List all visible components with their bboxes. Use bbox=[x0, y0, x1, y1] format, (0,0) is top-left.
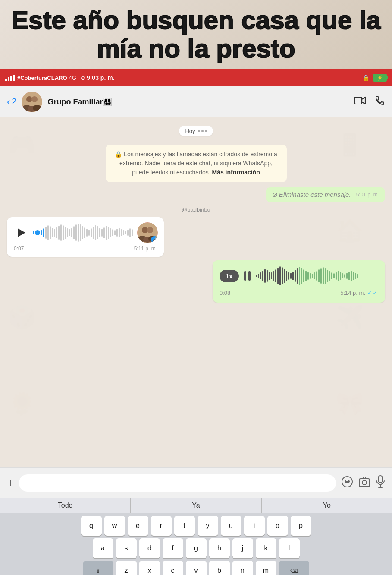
speed-badge[interactable]: 1x bbox=[220, 270, 239, 282]
encryption-link[interactable]: Más información bbox=[212, 169, 260, 176]
key-p[interactable]: p bbox=[291, 516, 311, 536]
waveform-received bbox=[33, 224, 133, 241]
svg-text:🎀: 🎀 bbox=[336, 391, 364, 417]
sent-time-text: 5:14 p. m. bbox=[340, 290, 365, 296]
key-a[interactable]: a bbox=[93, 538, 113, 558]
play-triangle-icon bbox=[18, 228, 25, 237]
key-e[interactable]: e bbox=[128, 516, 148, 536]
key-shift[interactable]: ⇧ bbox=[83, 561, 113, 575]
key-l[interactable]: l bbox=[279, 538, 300, 558]
chat-content: Hoy 🔒 Los mensajes y las llamadas están … bbox=[0, 117, 392, 308]
key-x[interactable]: x bbox=[139, 561, 160, 575]
svg-text:🌻: 🌻 bbox=[9, 391, 36, 417]
key-q[interactable]: q bbox=[81, 516, 102, 536]
pause-button[interactable] bbox=[244, 271, 251, 281]
video-call-icon[interactable] bbox=[354, 96, 366, 108]
keyboard-row-2: a s d f g h j k l bbox=[2, 538, 390, 558]
svg-rect-6 bbox=[354, 97, 362, 104]
chat-body: 🎮 📱 🎸 🏠 🎲 ✈️ 🌻 🎀 Hoy 🔒 Los mensajes y la… bbox=[0, 117, 392, 467]
microphone-button[interactable] bbox=[376, 475, 385, 491]
watermark-text: @badbiribu bbox=[182, 206, 210, 213]
chat-header: ‹ 2 Grupo Familiar👨‍👩‍👧‍👦 bbox=[0, 86, 392, 117]
carrier-name: #CoberturaCLARO bbox=[17, 75, 67, 81]
check-marks-icon: ✓✓ bbox=[367, 289, 378, 297]
sticker-button[interactable] bbox=[341, 476, 353, 490]
key-backspace[interactable]: ⌫ bbox=[279, 561, 309, 575]
network-type: 4G bbox=[69, 75, 76, 81]
suggestion-ya[interactable]: Ya bbox=[131, 498, 261, 513]
encryption-text: 🔒 Los mensajes y las llamadas están cifr… bbox=[115, 151, 277, 176]
key-t[interactable]: t bbox=[174, 516, 195, 536]
key-w[interactable]: w bbox=[104, 516, 125, 536]
status-time: 9:03 p. m. bbox=[87, 74, 115, 81]
key-b[interactable]: b bbox=[209, 561, 230, 575]
keyboard-area: Todo Ya Yo q w e r t y u i o p a s d f g… bbox=[0, 498, 392, 575]
key-z[interactable]: z bbox=[116, 561, 137, 575]
group-name[interactable]: Grupo Familiar👨‍👩‍👧‍👦 bbox=[47, 97, 349, 107]
svg-rect-26 bbox=[378, 476, 383, 483]
svg-point-5 bbox=[33, 105, 41, 111]
key-f[interactable]: f bbox=[163, 538, 183, 558]
key-s[interactable]: s bbox=[116, 538, 137, 558]
key-n[interactable]: n bbox=[232, 561, 253, 575]
camera-button[interactable] bbox=[358, 476, 370, 490]
key-h[interactable]: h bbox=[209, 538, 230, 558]
pause-bar-right bbox=[248, 271, 251, 281]
key-j[interactable]: j bbox=[232, 538, 253, 558]
date-text: Hoy bbox=[185, 128, 195, 134]
voice-received-time: 5:11 p. m. bbox=[134, 246, 157, 252]
voice-sent-duration: 0:08 bbox=[220, 290, 230, 296]
key-y[interactable]: y bbox=[198, 516, 218, 536]
suggestion-yo[interactable]: Yo bbox=[262, 498, 392, 513]
add-attachment-button[interactable]: + bbox=[7, 476, 14, 490]
voice-message-received[interactable]: 🎤 0:07 5:11 p. m. bbox=[7, 217, 164, 257]
deleted-time: 5:01 p. m. bbox=[356, 192, 379, 198]
voice-sender-avatar: 🎤 bbox=[137, 222, 158, 243]
svg-point-1 bbox=[26, 96, 32, 102]
svg-rect-24 bbox=[359, 479, 370, 487]
key-d[interactable]: d bbox=[139, 538, 160, 558]
key-k[interactable]: k bbox=[256, 538, 276, 558]
phone-call-icon[interactable] bbox=[375, 95, 385, 108]
suggestion-todo[interactable]: Todo bbox=[0, 498, 131, 513]
svg-point-23 bbox=[348, 480, 350, 481]
key-g[interactable]: g bbox=[186, 538, 207, 558]
voice-sent-meta: 0:08 5:14 p. m. ✓✓ bbox=[220, 289, 378, 297]
message-input[interactable] bbox=[19, 474, 336, 492]
voice-message-sent[interactable]: 1x 0:08 5:14 p. m. ✓✓ bbox=[213, 260, 385, 303]
svg-text:🎲: 🎲 bbox=[9, 304, 36, 330]
sent-time-area: 5:14 p. m. ✓✓ bbox=[340, 289, 378, 297]
encryption-notice: 🔒 Los mensajes y las llamadas están cifr… bbox=[106, 145, 287, 182]
battery-icon: ⚡ bbox=[373, 74, 387, 82]
waveform-sent bbox=[256, 266, 378, 285]
back-count[interactable]: 2 bbox=[12, 97, 16, 107]
keyboard-row-3: ⇧ z x c v b n m ⌫ bbox=[2, 561, 390, 575]
key-r[interactable]: r bbox=[151, 516, 172, 536]
date-badge: Hoy bbox=[179, 126, 213, 136]
meme-header: Este año busquen casa que la mía no la p… bbox=[0, 0, 392, 69]
status-right-icons: 🔒 ⚡ bbox=[362, 74, 387, 82]
status-bar: #CoberturaCLARO 4G ⊙ 9:03 p. m. 🔒 ⚡ bbox=[0, 69, 392, 86]
svg-point-16 bbox=[142, 227, 148, 233]
keyboard-row-1: q w e r t y u i o p bbox=[2, 516, 390, 536]
key-u[interactable]: u bbox=[221, 516, 241, 536]
key-m[interactable]: m bbox=[256, 561, 276, 575]
voice-received-duration: 0:07 bbox=[14, 246, 24, 252]
pause-bar-left bbox=[244, 271, 246, 281]
deleted-text: ⊘ Eliminaste este mensaje. bbox=[272, 191, 351, 199]
meme-title: Este año busquen casa que la mía no la p… bbox=[9, 6, 383, 63]
key-c[interactable]: c bbox=[163, 561, 183, 575]
key-o[interactable]: o bbox=[267, 516, 288, 536]
mic-badge-icon: 🎤 bbox=[151, 236, 158, 243]
keyboard-suggestions: Todo Ya Yo bbox=[0, 498, 392, 513]
svg-point-17 bbox=[147, 227, 153, 233]
svg-point-22 bbox=[345, 480, 346, 481]
back-button[interactable]: ‹ 2 bbox=[7, 96, 16, 107]
svg-point-2 bbox=[31, 96, 38, 102]
input-area: + bbox=[0, 467, 392, 498]
play-button[interactable] bbox=[13, 225, 28, 240]
key-v[interactable]: v bbox=[186, 561, 207, 575]
key-i[interactable]: i bbox=[244, 516, 265, 536]
deleted-message: ⊘ Eliminaste este mensaje. 5:01 p. m. bbox=[266, 187, 385, 202]
signal-bars bbox=[5, 75, 15, 81]
